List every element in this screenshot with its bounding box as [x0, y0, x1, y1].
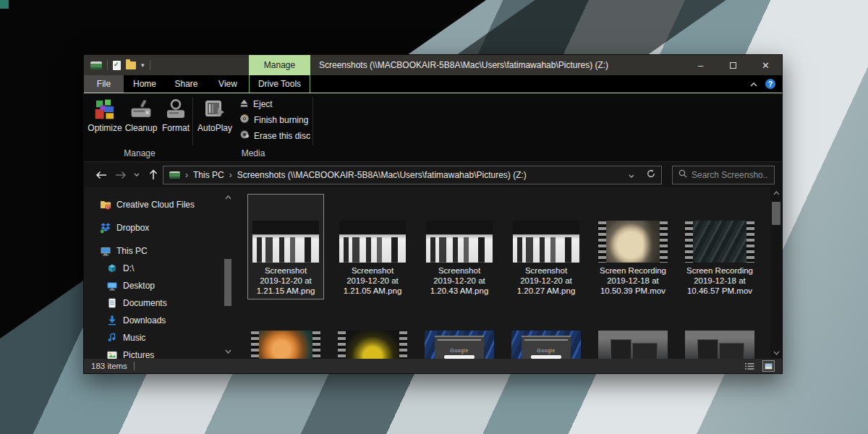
music-icon	[106, 332, 118, 344]
maximize-button[interactable]	[717, 55, 749, 75]
optimize-icon	[93, 98, 116, 121]
sidebar-item-downloads[interactable]: Downloads	[84, 312, 239, 329]
window-title: Screenshots (\\MACBOOKAIR-5B8A\Mac\Users…	[319, 55, 608, 75]
title-bar: ▾ Manage Screenshots (\\MACBOOKAIR-5B8A\…	[84, 55, 782, 75]
breadcrumb-this-pc[interactable]: This PC	[193, 170, 224, 180]
large-thumbnails-view-icon[interactable]	[762, 360, 775, 372]
main-content: Creative Cloud Files Dropbox This PC D:\	[84, 187, 782, 359]
scrollbar-track[interactable]	[770, 199, 782, 347]
refresh-icon[interactable]	[647, 169, 655, 180]
details-view-icon[interactable]	[744, 360, 756, 372]
filmstrip-icon	[685, 221, 693, 263]
new-folder-icon[interactable]	[126, 61, 136, 69]
back-button[interactable]	[91, 166, 111, 184]
sidebar-item-documents[interactable]: Documents	[84, 294, 239, 312]
file-tile[interactable]: Screen Recording2019-12-18 at10.46.57 PM…	[681, 194, 758, 299]
sidebar-item-creative-cloud-files[interactable]: Creative Cloud Files	[84, 196, 239, 213]
collapse-ribbon-chevron-icon[interactable]	[750, 79, 757, 89]
item-count: 183 items	[91, 362, 127, 370]
video-thumbnail	[251, 331, 320, 359]
sidebar-item-pictures[interactable]: Pictures	[84, 346, 239, 359]
content-scrollbar[interactable]	[770, 187, 782, 359]
filmstrip-icon	[251, 331, 259, 359]
file-tile[interactable]	[334, 304, 411, 359]
properties-icon[interactable]	[113, 61, 121, 70]
file-tile[interactable]: Google	[421, 304, 498, 359]
ribbon-corner-controls: ?	[750, 75, 775, 93]
sidebar-item-d-drive[interactable]: D:\	[84, 260, 239, 277]
scroll-down-chevron-icon[interactable]	[225, 346, 231, 356]
file-tile-selected[interactable]: Screenshot2019-12-20 at1.21.15 AM.png	[247, 194, 324, 299]
sidebar-item-this-pc[interactable]: This PC	[84, 242, 239, 260]
media-small-buttons: Eject Finish burning Erase this disc	[239, 98, 310, 141]
erase-disc-button[interactable]: Erase this disc	[239, 130, 310, 141]
cleanup-button[interactable]: Cleanup	[124, 98, 158, 133]
file-tile[interactable]: Screenshot2019-12-20 at1.20.43 AM.png	[421, 194, 498, 299]
cleanup-icon	[129, 98, 153, 121]
video-thumbnail	[598, 221, 668, 263]
close-button[interactable]: ✕	[749, 55, 782, 75]
forward-button[interactable]	[111, 166, 130, 184]
file-name: Screenshot2019-12-20 at1.21.05 AM.png	[334, 265, 411, 296]
desktop-screenshot-thumbnail	[685, 331, 754, 359]
navigation-pane: Creative Cloud Files Dropbox This PC D:\	[84, 187, 239, 359]
ribbon-tab-row: File Home Share View Drive Tools ?	[84, 75, 782, 93]
scroll-down-chevron-icon[interactable]	[773, 347, 780, 359]
separator	[107, 60, 108, 70]
contextual-tab-manage[interactable]: Manage	[249, 55, 310, 75]
file-tile[interactable]: Screenshot2019-12-20 at1.20.27 AM.png	[508, 194, 584, 299]
customize-quick-access-chevron-icon[interactable]: ▾	[141, 62, 145, 69]
file-tile[interactable]	[247, 304, 324, 359]
autoplay-button[interactable]: AutoPlay	[196, 98, 234, 133]
sidebar-item-music[interactable]: Music	[84, 329, 239, 346]
file-tile[interactable]	[595, 304, 671, 359]
recent-locations-chevron-icon[interactable]	[130, 166, 143, 184]
tab-drive-tools[interactable]: Drive Tools	[249, 75, 310, 93]
tab-home[interactable]: Home	[124, 75, 166, 93]
creative-cloud-folder-icon	[100, 199, 111, 210]
file-tile[interactable]: Screen Recording2019-12-18 at10.50.39 PM…	[595, 194, 671, 299]
tab-view[interactable]: View	[207, 75, 249, 93]
ribbon-group-label-manage: Manage	[88, 148, 192, 158]
breadcrumb[interactable]: › This PC › Screenshots (\\MACBOOKAIR-5B…	[163, 166, 662, 184]
filmstrip-icon	[399, 331, 407, 359]
sidebar-item-dropbox[interactable]: Dropbox	[84, 219, 239, 237]
explorer-drive-icon[interactable]	[90, 61, 102, 69]
browser-screenshot-thumbnail: Google	[511, 331, 581, 359]
image-thumbnail	[252, 221, 319, 263]
eject-button[interactable]: Eject	[239, 98, 310, 109]
help-icon[interactable]: ?	[765, 79, 775, 89]
sidebar-scrollbar[interactable]	[224, 192, 233, 356]
search-icon	[678, 169, 687, 180]
optimize-button[interactable]: Optimize	[88, 98, 122, 133]
file-tile[interactable]: Google	[508, 304, 584, 359]
autoplay-icon	[203, 98, 226, 121]
format-icon	[164, 98, 187, 121]
sidebar-scrollbar-thumb[interactable]	[224, 259, 231, 306]
image-thumbnail	[339, 221, 406, 263]
tab-share[interactable]: Share	[166, 75, 207, 93]
up-button[interactable]	[143, 166, 163, 184]
image-thumbnail	[426, 221, 493, 263]
sidebar-item-desktop[interactable]: Desktop	[84, 277, 239, 294]
file-tile[interactable]	[681, 304, 758, 359]
status-divider	[134, 362, 135, 370]
address-dropdown-chevron-icon[interactable]	[629, 170, 634, 180]
finish-burning-disc-icon	[239, 114, 250, 126]
downloads-icon	[106, 315, 118, 326]
wallpaper-corner-square	[0, 0, 9, 9]
content-scrollbar-thumb[interactable]	[772, 202, 780, 225]
video-thumbnail	[338, 331, 407, 359]
minimize-button[interactable]: –	[684, 55, 717, 75]
file-tile[interactable]: Screenshot2019-12-20 at1.21.05 AM.png	[334, 194, 411, 299]
ribbon: Optimize Cleanup Format AutoPlay	[84, 93, 782, 161]
breadcrumb-current-folder[interactable]: Screenshots (\\MACBOOKAIR-5B8A\Mac\Users…	[237, 170, 527, 180]
finish-burning-button[interactable]: Finish burning	[239, 114, 310, 125]
tab-file[interactable]: File	[84, 75, 124, 93]
format-button[interactable]: Format	[158, 98, 193, 133]
scroll-up-chevron-icon[interactable]	[773, 187, 780, 199]
scroll-up-chevron-icon[interactable]	[225, 192, 231, 202]
search-input[interactable]	[692, 170, 768, 180]
window-controls: – ✕	[684, 55, 782, 75]
drive-icon	[169, 171, 180, 179]
